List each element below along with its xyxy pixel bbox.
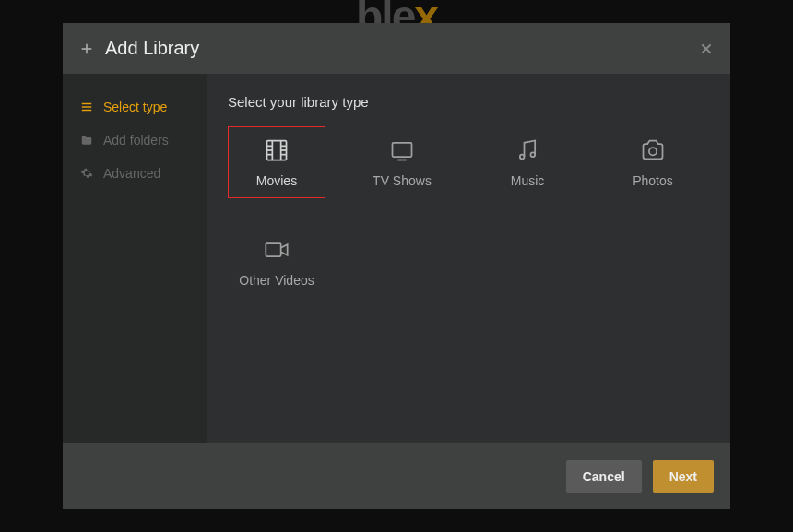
- svg-rect-21: [266, 243, 280, 256]
- folder-icon: [79, 133, 94, 148]
- type-card-other-videos[interactable]: Other Videos: [228, 226, 325, 298]
- sidebar-item-label: Select type: [103, 100, 167, 114]
- video-icon: [263, 236, 290, 264]
- plus-icon: [79, 41, 94, 56]
- close-icon: [699, 41, 714, 56]
- sidebar-item-select-type[interactable]: Select type: [63, 90, 207, 124]
- film-icon: [263, 136, 290, 164]
- sidebar-item-advanced[interactable]: Advanced: [63, 157, 207, 190]
- sidebar-item-add-folders[interactable]: Add folders: [63, 124, 207, 157]
- type-label: Music: [511, 173, 545, 188]
- svg-point-18: [520, 155, 525, 160]
- svg-rect-16: [393, 143, 412, 157]
- modal-footer: Cancel Next: [63, 443, 730, 509]
- type-label: Photos: [633, 173, 673, 188]
- svg-point-20: [649, 148, 657, 155]
- type-card-movies[interactable]: Movies: [228, 126, 325, 198]
- type-card-photos[interactable]: Photos: [604, 126, 702, 198]
- modal-body: Select type Add folders Advanced Select …: [63, 74, 730, 443]
- svg-point-19: [531, 152, 536, 157]
- sidebar-item-label: Add folders: [103, 133, 169, 148]
- main-panel: Select your library type Movies TV Shows: [207, 74, 730, 443]
- type-label: Other Videos: [239, 273, 314, 288]
- wizard-sidebar: Select type Add folders Advanced: [63, 74, 207, 443]
- add-library-modal: Add Library Select type Add folders: [63, 23, 730, 509]
- next-button[interactable]: Next: [653, 460, 714, 493]
- type-card-tvshows[interactable]: TV Shows: [353, 126, 451, 198]
- sidebar-item-label: Advanced: [103, 166, 160, 181]
- tv-icon: [388, 136, 416, 164]
- library-type-grid: Movies TV Shows Music: [228, 126, 710, 298]
- modal-header: Add Library: [63, 23, 730, 74]
- type-label: TV Shows: [373, 173, 432, 188]
- camera-icon: [639, 136, 667, 164]
- type-label: Movies: [256, 173, 297, 188]
- cancel-button[interactable]: Cancel: [566, 460, 642, 493]
- music-icon: [514, 136, 541, 164]
- panel-heading: Select your library type: [228, 94, 710, 110]
- gear-icon: [79, 166, 94, 181]
- list-icon: [79, 100, 94, 114]
- type-card-music[interactable]: Music: [479, 126, 576, 198]
- modal-title: Add Library: [105, 38, 199, 59]
- close-button[interactable]: [699, 41, 714, 56]
